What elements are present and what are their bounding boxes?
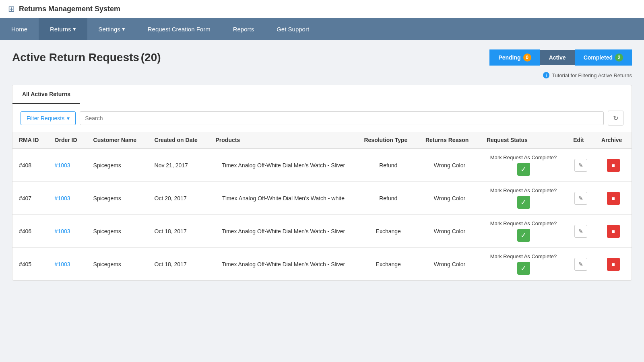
cell-product: Timex Analog Off-White Dial Men's Watch … bbox=[209, 215, 358, 248]
cell-created-date: Oct 20, 2017 bbox=[148, 182, 209, 215]
col-rma-id: RMA ID bbox=[12, 132, 48, 148]
archive-button[interactable]: ■ bbox=[607, 258, 620, 271]
main-nav: Home Returns ▾ Settings ▾ Request Creati… bbox=[0, 18, 644, 40]
cell-resolution-type: Refund bbox=[357, 182, 419, 215]
status-buttons: Pending 0 Active Completed 2 bbox=[489, 49, 632, 66]
cell-created-date: Nov 21, 2017 bbox=[148, 148, 209, 182]
cell-request-status: Mark Request As Complete? ✓ bbox=[480, 248, 567, 281]
cell-customer-name: Spicegems bbox=[87, 248, 148, 281]
archive-button[interactable]: ■ bbox=[607, 225, 620, 238]
nav-get-support[interactable]: Get Support bbox=[265, 19, 320, 40]
cell-archive: ■ bbox=[595, 248, 632, 281]
col-returns-reason: Returns Reason bbox=[419, 132, 480, 148]
table-row: #406 #1003 Spicegems Oct 18, 2017 Timex … bbox=[12, 215, 632, 248]
tab-section: All Active Returns Filter Requests ▾ ↻ R… bbox=[12, 85, 632, 281]
cell-edit: ✎ bbox=[567, 148, 595, 182]
col-request-status: Request Status bbox=[480, 132, 567, 148]
mark-complete-button[interactable]: ✓ bbox=[517, 229, 530, 242]
cell-customer-name: Spicegems bbox=[87, 215, 148, 248]
table-row: #408 #1003 Spicegems Nov 21, 2017 Timex … bbox=[12, 148, 632, 182]
edit-button[interactable]: ✎ bbox=[574, 225, 587, 238]
returns-dropdown-icon: ▾ bbox=[73, 25, 76, 33]
col-customer-name: Customer Name bbox=[87, 132, 148, 148]
tutorial-link[interactable]: i Tutorial for Filtering Active Returns bbox=[12, 72, 632, 78]
edit-button[interactable]: ✎ bbox=[574, 159, 587, 172]
nav-returns[interactable]: Returns ▾ bbox=[39, 18, 87, 40]
table-row: #407 #1003 Spicegems Oct 20, 2017 Timex … bbox=[12, 182, 632, 215]
cell-resolution-type: Exchange bbox=[357, 248, 419, 281]
filter-bar: Filter Requests ▾ ↻ bbox=[12, 104, 632, 132]
cell-returns-reason: Wrong Color bbox=[419, 148, 480, 182]
filter-requests-button[interactable]: Filter Requests ▾ bbox=[21, 111, 76, 125]
info-icon: i bbox=[543, 72, 549, 78]
mark-complete-button[interactable]: ✓ bbox=[517, 163, 530, 176]
cell-edit: ✎ bbox=[567, 248, 595, 281]
cell-archive: ■ bbox=[595, 215, 632, 248]
main-content: Active Return Requests (20) Pending 0 Ac… bbox=[0, 40, 644, 290]
col-edit: Edit bbox=[567, 132, 595, 148]
completed-badge: 2 bbox=[615, 53, 623, 62]
cell-request-status: Mark Request As Complete? ✓ bbox=[480, 215, 567, 248]
cell-resolution-type: Refund bbox=[357, 148, 419, 182]
logo-icon: ⊞ bbox=[8, 4, 15, 14]
cell-request-status: Mark Request As Complete? ✓ bbox=[480, 182, 567, 215]
cell-product: Timex Analog Off-White Dial Men's Watch … bbox=[209, 148, 358, 182]
edit-button[interactable]: ✎ bbox=[574, 192, 587, 205]
search-input[interactable] bbox=[80, 111, 604, 125]
mark-complete-button[interactable]: ✓ bbox=[517, 196, 530, 209]
archive-button[interactable]: ■ bbox=[607, 192, 620, 205]
cell-edit: ✎ bbox=[567, 215, 595, 248]
cell-order-id[interactable]: #1003 bbox=[48, 215, 87, 248]
cell-order-id[interactable]: #1003 bbox=[48, 148, 87, 182]
returns-table: RMA ID Order ID Customer Name Created on… bbox=[12, 132, 632, 280]
cell-archive: ■ bbox=[595, 148, 632, 182]
cell-returns-reason: Wrong Color bbox=[419, 215, 480, 248]
cell-rma-id: #406 bbox=[12, 215, 48, 248]
table-row: #405 #1003 Spicegems Oct 18, 2017 Timex … bbox=[12, 248, 632, 281]
nav-request-creation-form[interactable]: Request Creation Form bbox=[136, 19, 222, 40]
cell-returns-reason: Wrong Color bbox=[419, 182, 480, 215]
col-created-date: Created on Date bbox=[148, 132, 209, 148]
cell-product: Timex Analog Off-White Dial Men's Watch … bbox=[209, 248, 358, 281]
app-title: Returns Management System bbox=[19, 5, 120, 13]
cell-order-id[interactable]: #1003 bbox=[48, 182, 87, 215]
cell-product: Timex Analog Off-White Dial Men's Watch … bbox=[209, 182, 358, 215]
pending-badge: 0 bbox=[523, 53, 531, 62]
page-title: Active Return Requests (20) bbox=[12, 51, 161, 64]
cell-resolution-type: Exchange bbox=[357, 215, 419, 248]
mark-complete-button[interactable]: ✓ bbox=[517, 262, 530, 275]
cell-rma-id: #408 bbox=[12, 148, 48, 182]
cell-returns-reason: Wrong Color bbox=[419, 248, 480, 281]
completed-button[interactable]: Completed 2 bbox=[575, 49, 632, 66]
active-button[interactable]: Active bbox=[540, 50, 575, 65]
cell-rma-id: #405 bbox=[12, 248, 48, 281]
page-header: Active Return Requests (20) Pending 0 Ac… bbox=[12, 49, 632, 66]
col-order-id: Order ID bbox=[48, 132, 87, 148]
nav-settings[interactable]: Settings ▾ bbox=[87, 18, 136, 40]
nav-home[interactable]: Home bbox=[0, 19, 39, 40]
cell-customer-name: Spicegems bbox=[87, 182, 148, 215]
cell-created-date: Oct 18, 2017 bbox=[148, 215, 209, 248]
cell-archive: ■ bbox=[595, 182, 632, 215]
cell-customer-name: Spicegems bbox=[87, 148, 148, 182]
top-bar: ⊞ Returns Management System bbox=[0, 0, 644, 18]
col-products: Products bbox=[209, 132, 358, 148]
archive-button[interactable]: ■ bbox=[607, 159, 620, 172]
cell-request-status: Mark Request As Complete? ✓ bbox=[480, 148, 567, 182]
cell-order-id[interactable]: #1003 bbox=[48, 248, 87, 281]
cell-edit: ✎ bbox=[567, 182, 595, 215]
settings-dropdown-icon: ▾ bbox=[122, 25, 125, 33]
col-resolution-type: Resolution Type bbox=[357, 132, 419, 148]
cell-rma-id: #407 bbox=[12, 182, 48, 215]
tab-all-active-returns[interactable]: All Active Returns bbox=[12, 85, 80, 104]
filter-dropdown-icon: ▾ bbox=[67, 115, 70, 121]
refresh-button[interactable]: ↻ bbox=[608, 111, 623, 125]
nav-reports[interactable]: Reports bbox=[222, 19, 266, 40]
edit-button[interactable]: ✎ bbox=[574, 258, 587, 271]
table-header-row: RMA ID Order ID Customer Name Created on… bbox=[12, 132, 632, 148]
pending-button[interactable]: Pending 0 bbox=[489, 49, 540, 66]
tab-bar: All Active Returns bbox=[12, 85, 632, 104]
cell-created-date: Oct 18, 2017 bbox=[148, 248, 209, 281]
col-archive: Archive bbox=[595, 132, 632, 148]
